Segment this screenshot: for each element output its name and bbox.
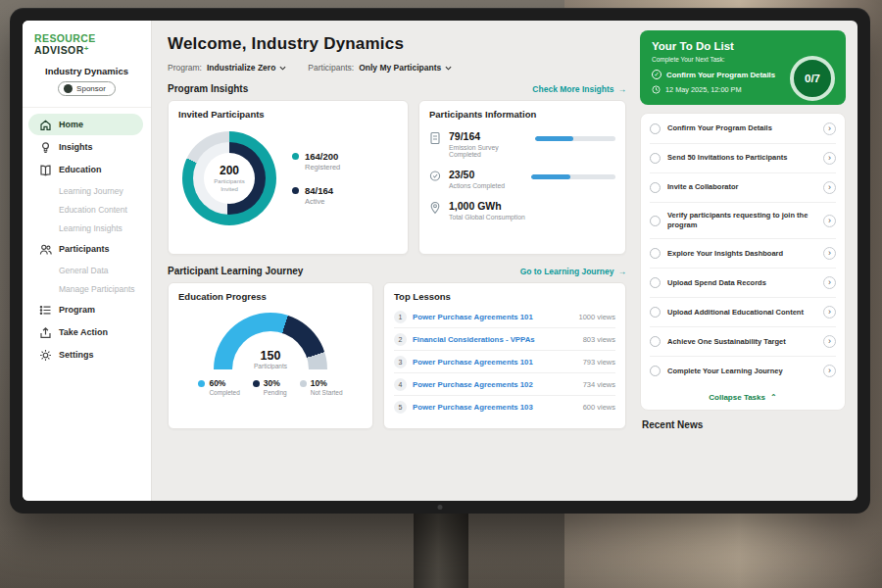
actions-progress-bar — [531, 174, 615, 179]
action-upload-icon — [38, 326, 52, 339]
lesson-link[interactable]: Power Purchase Agreements 102 — [413, 380, 577, 389]
chevron-right-icon[interactable]: › — [823, 365, 836, 377]
info-value: 79/164 — [449, 130, 528, 142]
task-checkbox[interactable] — [650, 277, 661, 288]
lesson-link[interactable]: Power Purchase Agreements 101 — [413, 358, 577, 367]
task-row[interactable]: Complete Your Learning Journey › — [650, 357, 836, 385]
task-checkbox[interactable] — [650, 216, 661, 226]
chevron-right-icon[interactable]: › — [823, 122, 836, 135]
lesson-views: 600 views — [583, 403, 615, 412]
chevron-right-icon[interactable]: › — [823, 152, 836, 165]
task-label: Confirm Your Program Details — [667, 123, 816, 133]
monitor-stand — [414, 510, 468, 588]
task-checkbox[interactable] — [650, 366, 661, 376]
lesson-link[interactable]: Power Purchase Agreements 101 — [413, 313, 572, 321]
sidebar-subitem-label: Manage Participants — [59, 284, 135, 294]
chevron-right-icon[interactable]: › — [823, 306, 836, 318]
legend-value: 10% — [311, 378, 343, 388]
task-label: Complete Your Learning Journey — [667, 367, 816, 376]
sponsor-icon — [64, 84, 73, 93]
page-title: Welcome, Industry Dynamics — [168, 34, 626, 54]
sidebar-item-insights[interactable]: Insights — [28, 136, 143, 158]
legend-active: 84/164 Active — [292, 185, 340, 206]
sidebar-item-settings[interactable]: Settings — [28, 344, 143, 366]
legend-pending: 30% Pending — [253, 378, 287, 396]
sidebar-item-general-data[interactable]: General Data — [23, 261, 151, 279]
todo-progress-value: 0/7 — [805, 73, 820, 84]
lesson-link[interactable]: Power Purchase Agreements 103 — [413, 403, 577, 412]
chevron-right-icon[interactable]: › — [823, 247, 836, 260]
legend-label: Active — [305, 197, 333, 206]
lesson-rank: 1 — [394, 311, 407, 323]
task-row[interactable]: Send 50 Invitations to Participants › — [650, 144, 836, 173]
chevron-right-icon[interactable]: › — [823, 181, 836, 194]
info-row-actions: 23/50 Actions Completed — [429, 169, 615, 189]
todo-summary-card: Your To Do List Complete Your Next Task:… — [640, 30, 846, 105]
sidebar-item-take-action[interactable]: Take Action — [28, 321, 143, 343]
go-to-learning-journey-link[interactable]: Go to Learning Journey → — [520, 267, 626, 276]
legend-value: 84/164 — [305, 185, 333, 196]
lesson-rank: 5 — [394, 401, 407, 414]
sidebar-item-education-content[interactable]: Education Content — [23, 200, 151, 219]
task-row[interactable]: Achieve One Sustainability Target › — [650, 327, 836, 357]
sidebar-item-learning-insights[interactable]: Learning Insights — [23, 219, 151, 237]
lesson-views: 803 views — [583, 335, 615, 344]
check-more-insights-link[interactable]: Check More Insights → — [532, 84, 626, 94]
lesson-rank: 4 — [394, 378, 407, 391]
invited-participants-card: Invited Participants 200 Participants In… — [168, 100, 409, 255]
chevron-right-icon[interactable]: › — [823, 276, 836, 289]
todo-due-label: 12 May 2025, 12:00 PM — [665, 85, 741, 94]
sidebar-item-home[interactable]: Home — [28, 114, 143, 135]
sidebar-item-participants[interactable]: Participants — [28, 238, 143, 260]
legend-value: 164/200 — [305, 151, 340, 162]
sidebar-item-program[interactable]: Program — [28, 299, 143, 320]
task-checkbox[interactable] — [650, 123, 661, 134]
chevron-up-icon: ⌃ — [770, 393, 777, 402]
sidebar-item-education[interactable]: Education — [28, 159, 143, 180]
card-title: Top Lessons — [394, 291, 615, 302]
program-select[interactable]: Industrialize Zero — [207, 63, 286, 73]
task-row[interactable]: Explore Your Insights Dashboard › — [650, 239, 836, 269]
arrow-right-icon: → — [618, 267, 627, 276]
collapse-tasks-button[interactable]: Collapse Tasks ⌃ — [650, 385, 836, 409]
sidebar-item-manage-participants[interactable]: Manage Participants — [23, 279, 151, 298]
lesson-row[interactable]: 1 Power Purchase Agreements 101 1000 vie… — [394, 306, 615, 328]
sponsor-badge[interactable]: Sponsor — [58, 81, 116, 96]
sidebar-item-learning-journey[interactable]: Learning Journey — [23, 181, 151, 200]
task-row[interactable]: Verify participants requesting to join t… — [650, 203, 836, 239]
lesson-row[interactable]: 2 Financial Considerations - VPPAs 803 v… — [394, 328, 615, 351]
task-checkbox[interactable] — [650, 153, 661, 164]
legend-value: 30% — [264, 378, 287, 388]
task-checkbox[interactable] — [650, 307, 661, 318]
task-checkbox[interactable] — [650, 182, 661, 193]
gauge-center-value: 150 — [214, 349, 327, 363]
program-filter-label: Program: — [168, 63, 202, 73]
task-row[interactable]: Upload Spend Data Records › — [650, 269, 836, 298]
collapse-label: Collapse Tasks — [709, 393, 765, 402]
task-checkbox[interactable] — [650, 248, 661, 259]
lesson-rank: 3 — [394, 356, 407, 368]
task-checkbox[interactable] — [650, 336, 661, 347]
chevron-right-icon[interactable]: › — [823, 335, 836, 348]
task-row[interactable]: Confirm Your Program Details › — [650, 115, 836, 144]
lesson-row[interactable]: 3 Power Purchase Agreements 101 793 view… — [394, 351, 615, 373]
lightbulb-icon — [38, 141, 52, 154]
lesson-row[interactable]: 4 Power Purchase Agreements 102 734 view… — [394, 373, 615, 396]
todo-tasks-card: Confirm Your Program Details › Send 50 I… — [640, 113, 846, 411]
card-title: Invited Participants — [178, 109, 398, 120]
participants-select[interactable]: Only My Participants — [359, 63, 452, 73]
section-title-learning-journey: Participant Learning Journey — [168, 266, 303, 276]
task-row[interactable]: Upload Additional Educational Content › — [650, 298, 836, 327]
legend-completed: 60% Completed — [198, 378, 239, 396]
lesson-row[interactable]: 5 Power Purchase Agreements 103 600 view… — [394, 396, 615, 418]
task-row[interactable]: Invite a Collaborator › — [650, 173, 836, 203]
task-label: Upload Spend Data Records — [667, 278, 816, 288]
book-icon — [38, 164, 52, 176]
home-icon — [38, 119, 52, 131]
logo-text-primary: RESOURCE — [34, 32, 96, 44]
todo-progress-ring: 0/7 — [790, 56, 835, 101]
todo-next-task[interactable]: ✓ Confirm Your Program Details — [652, 70, 789, 79]
app-logo[interactable]: RESOURCE ADVISOR+ — [23, 30, 151, 64]
chevron-right-icon[interactable]: › — [823, 215, 836, 227]
lesson-link[interactable]: Financial Considerations - VPPAs — [413, 335, 577, 344]
